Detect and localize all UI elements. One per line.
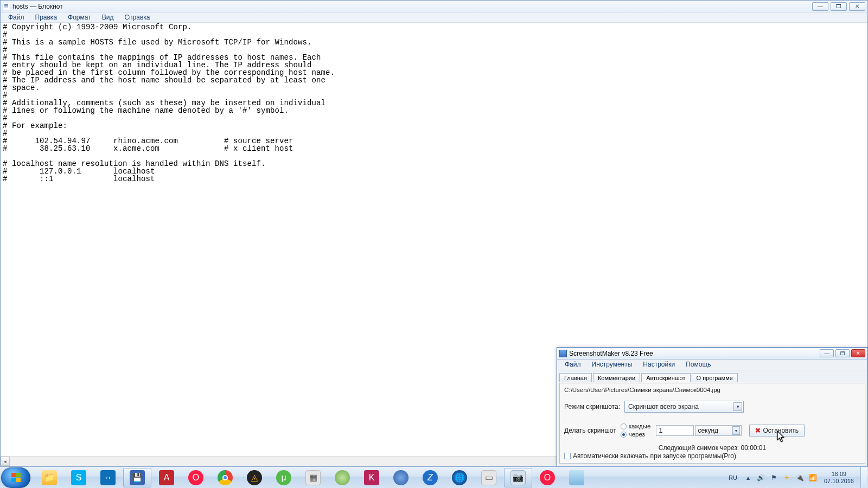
sm-menu-settings[interactable]: Настройки [637,359,680,370]
tray-flag-icon[interactable]: ⚑ [769,473,779,483]
show-desktop-button[interactable] [860,467,867,489]
sm-output-path: C:\Users\User\Pictures\Снимки экрана\Сни… [564,387,860,396]
sm-app-icon [559,350,567,357]
tab-about[interactable]: О программе [692,373,738,382]
blue-sphere-icon [393,470,409,485]
stop-button[interactable]: ✖ Остановить [749,425,805,436]
notepad-titlebar[interactable]: hosts — Блокнот — 🗖 ✕ [1,1,867,12]
taskbar-app2[interactable] [387,468,415,487]
taskbar-zona[interactable]: Z [416,468,444,487]
taskbar-screenshotmaker[interactable]: 📷 [504,468,532,487]
sm-panel: C:\Users\User\Pictures\Снимки экрана\Сни… [559,383,865,464]
sm-mode-value: Скриншот всего экрана [628,403,699,410]
radio-after[interactable]: через [621,431,651,439]
utorrent-icon: μ [276,470,291,485]
tray-network-icon[interactable]: 📶 [808,473,818,483]
sm-menu-tools[interactable]: Инструменты [586,359,638,370]
sm-title: ScreenshotMaker v8.23 Free [569,350,653,357]
menu-help[interactable]: Справка [119,12,155,22]
sm-close-button[interactable]: ✕ [851,349,865,357]
k-icon: K [364,470,379,485]
menu-file[interactable]: Файл [3,12,30,22]
sm-do-label: Делать скриншот [564,427,616,434]
tray-sun-icon[interactable]: ☀ [782,473,792,483]
taskbar-time: 16:09 [824,471,854,478]
taskbar-browser[interactable]: 🌐 [445,468,474,487]
skype-icon: S [71,470,86,485]
notepad-content[interactable]: # Copyright (c) 1993-2009 Microsoft Corp… [1,23,867,183]
tray-show-hidden-icon[interactable]: ▴ [743,473,753,483]
sm-mode-select[interactable]: Скриншот всего экрана ▾ [624,401,744,413]
taskbar-calc[interactable]: ▦ [299,468,327,487]
folder-icon: 📁 [42,470,57,485]
taskbar-app4[interactable] [563,468,591,487]
tray-power-icon[interactable]: 🔌 [795,473,805,483]
chevron-down-icon: ▾ [733,402,742,411]
tab-auto[interactable]: Автоскриншот [641,373,690,382]
checkbox-icon [564,453,571,459]
menu-view[interactable]: Вид [97,12,119,22]
taskbar-clock[interactable]: 16:09 07.10.2016 [820,471,858,485]
sm-minimize-button[interactable]: — [820,349,834,357]
sm-menubar: Файл Инструменты Настройки Помощь [557,359,867,370]
save-icon: 💾 [130,470,145,485]
taskbar-app3[interactable]: ▭ [475,468,503,487]
chrome-icon [218,470,233,485]
taskbar-opera2[interactable]: O [533,468,561,487]
chevron-down-icon: ▾ [732,426,740,435]
autostart-checkbox[interactable]: Автоматически включать при запуске прогр… [564,452,736,460]
pdf-icon: A [159,470,174,485]
tab-comments[interactable]: Комментарии [593,373,640,382]
menu-edit[interactable]: Правка [30,12,63,22]
menu-format[interactable]: Формат [62,12,97,22]
taskbar-kodi[interactable]: K [358,468,386,487]
minimize-button[interactable]: — [812,2,828,11]
interval-input[interactable]: 1 [656,425,694,436]
unit-select[interactable]: секунд ▾ [695,425,742,436]
taskbar-aimp[interactable]: ◬ [240,468,269,487]
sm-titlebar[interactable]: ScreenshotMaker v8.23 Free — 🗖 ✕ [557,348,867,359]
notepad-app-icon [3,3,10,10]
green-circle-icon [335,470,350,485]
taskbar-date: 07.10.2016 [824,478,854,485]
sm-tabs: Главная Комментарии Автоскриншот О прогр… [557,370,867,382]
window-icon: ▭ [481,470,496,485]
taskbar-teamviewer[interactable]: ↔ [94,468,122,487]
opera-icon: O [540,470,555,485]
stop-x-icon: ✖ [755,427,761,434]
aimp-icon: ◬ [247,470,262,485]
taskbar-utorrent[interactable]: μ [270,468,298,487]
screenshotmaker-window: ScreenshotMaker v8.23 Free — 🗖 ✕ Файл Ин… [557,347,868,466]
radio-every[interactable]: каждые [621,422,651,431]
zona-icon: Z [423,470,438,485]
sm-next-label: Следующий снимок через: 00:00:01 [564,444,860,452]
taskbar-explorer[interactable]: 📁 [35,468,63,487]
sm-menu-help[interactable]: Помощь [680,359,716,370]
taskbar-acrobat[interactable]: A [152,468,181,487]
taskbar-chrome[interactable] [211,468,239,487]
sm-mode-label: Режим скриншота: [564,403,620,410]
radio-icon [621,432,627,438]
taskbar-skype[interactable]: S [65,468,93,487]
opera-icon: O [188,470,203,485]
sm-menu-file[interactable]: Файл [559,359,586,370]
notepad-menubar: Файл Правка Формат Вид Справка [1,12,867,23]
camera-icon: 📷 [510,470,526,485]
language-indicator[interactable]: RU [724,474,742,481]
calculator-icon: ▦ [305,470,321,485]
sm-maximize-button[interactable]: 🗖 [835,349,850,357]
taskbar-app1[interactable] [328,468,356,487]
taskbar-opera[interactable]: O [182,468,210,487]
scroll-left-arrow-icon[interactable]: ◂ [1,457,10,466]
radio-icon [621,423,627,429]
windows-logo-icon [11,473,21,482]
tab-main[interactable]: Главная [559,373,592,382]
system-tray: RU ▴ 🔊 ⚑ ☀ 🔌 📶 16:09 07.10.2016 [724,467,868,488]
maximize-button[interactable]: 🗖 [831,2,847,11]
taskbar-notepad[interactable]: 💾 [123,468,151,487]
app-icon [569,470,584,485]
globe-icon: 🌐 [452,470,467,485]
tray-volume-icon[interactable]: 🔊 [756,473,766,483]
start-button[interactable] [1,467,30,488]
close-button[interactable]: ✕ [849,2,865,11]
